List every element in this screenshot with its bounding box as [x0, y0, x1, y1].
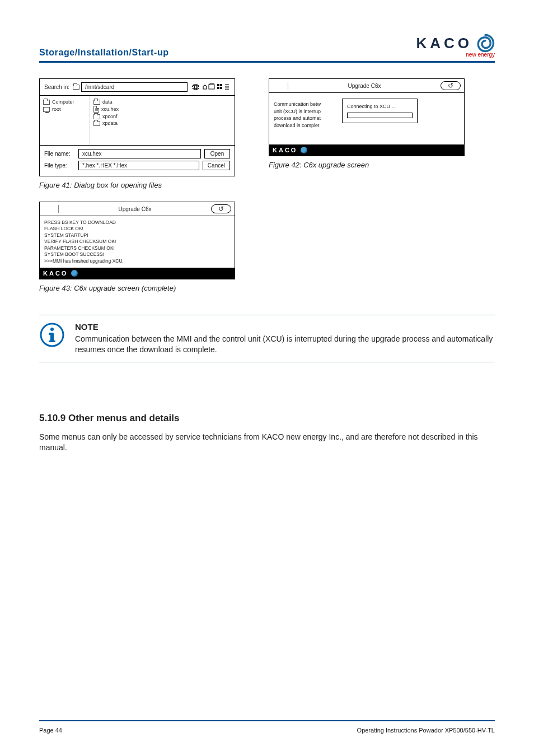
file-xpdata[interactable]: xpdata: [102, 120, 118, 126]
brand-logo: KACO new energy: [416, 34, 495, 58]
figure41-caption: Figure 41: Dialog box for opening files: [39, 181, 235, 189]
section-heading: 5.10.9 Other menus and details: [39, 413, 495, 424]
info-icon: [39, 322, 65, 348]
brand-subtext: new energy: [466, 52, 495, 58]
document-title: Operating Instructions Powador XP500/550…: [357, 727, 495, 734]
svg-rect-3: [217, 87, 219, 89]
back-button[interactable]: ↺: [441, 81, 461, 90]
tree-root[interactable]: root: [52, 106, 61, 112]
figure42-caption: Figure 42: C6x upgrade screen: [269, 161, 465, 169]
connecting-popup: Connecting to XCU ...: [342, 99, 418, 123]
footer-rule: [39, 720, 495, 721]
upgrade-screen-42: Upgrade C6x ↺ Communication betw unit (X…: [269, 78, 465, 156]
screen-footer: KACO: [269, 144, 464, 156]
note-body: Communication between the MMI and the co…: [75, 334, 495, 355]
search-in-field[interactable]: /mnt/sdcard: [81, 82, 188, 92]
svg-rect-0: [209, 85, 214, 89]
upgrade-screen-43: Upgrade C6x ↺ PRESS BS KEY TO DOWNLOAD F…: [39, 202, 235, 279]
svg-rect-13: [49, 340, 55, 342]
svg-rect-2: [220, 84, 222, 86]
monitor-icon: [43, 107, 50, 112]
back-button[interactable]: ↺: [211, 204, 231, 213]
swirl-icon: [71, 270, 78, 277]
upgrade-title: Upgrade C6x: [293, 83, 436, 89]
file-dialog: Search in: /mnt/sdcard: [39, 78, 235, 176]
folder-icon: [73, 85, 79, 90]
folder-icon: [43, 100, 50, 105]
swirl-icon: [476, 34, 495, 53]
file-icon: [93, 106, 99, 113]
brand-text: KACO: [416, 35, 472, 52]
header-rule: [39, 61, 495, 63]
progress-bar: [347, 113, 413, 118]
cancel-button[interactable]: Cancel: [203, 161, 230, 170]
note-title: NOTE: [75, 322, 495, 332]
search-in-label: Search in:: [44, 84, 69, 90]
svg-rect-1: [217, 84, 219, 86]
folder-icon: [93, 100, 100, 105]
folder-icon: [93, 121, 100, 126]
popup-text: Connecting to XCU ...: [347, 104, 413, 109]
section-header: Storage/Installation/Start-up: [39, 48, 169, 58]
file-data[interactable]: data: [102, 99, 113, 105]
section-paragraph: Some menus can only be accessed by servi…: [39, 432, 495, 453]
note-box: NOTE Communication between the MMI and t…: [39, 315, 495, 362]
filename-label: File name:: [44, 151, 75, 157]
svg-rect-4: [220, 87, 222, 89]
swirl-icon: [301, 147, 307, 153]
svg-rect-12: [49, 333, 52, 335]
filetype-label: File type:: [44, 162, 75, 169]
folder-icon: [93, 114, 100, 119]
page-number: Page 44: [39, 727, 62, 734]
breadcrumb-slot: [273, 82, 288, 90]
folder-tree[interactable]: Computer root: [40, 96, 90, 145]
upgrade-log: PRESS BS KEY TO DOWNLOAD FLASH LOCK OK! …: [44, 220, 230, 264]
screen-footer: KACO: [40, 268, 235, 279]
tree-computer[interactable]: Computer: [52, 99, 74, 105]
figure43-caption: Figure 43: C6x upgrade screen (complete): [39, 284, 235, 292]
upgrade-title: Upgrade C6x: [63, 206, 207, 212]
svg-point-10: [50, 328, 54, 331]
open-button[interactable]: Open: [204, 149, 230, 158]
filename-field[interactable]: xcu.hex: [78, 149, 201, 158]
file-list[interactable]: data xcu.hex xpconf xpdata: [90, 96, 235, 145]
toolbar-icons[interactable]: [191, 83, 230, 92]
file-xpconf[interactable]: xpconf: [102, 114, 118, 119]
file-xcuhex[interactable]: xcu.hex: [101, 106, 119, 112]
filetype-field[interactable]: *.hex *.HEX *.Hex: [78, 161, 199, 170]
breadcrumb-slot: [43, 205, 59, 213]
